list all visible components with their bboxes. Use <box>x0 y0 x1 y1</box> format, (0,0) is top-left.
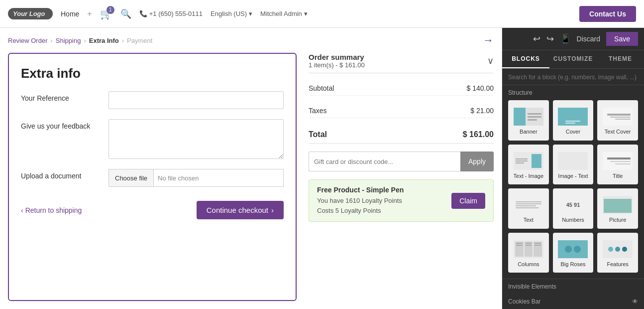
breadcrumb-arrow-icon: → <box>483 34 494 47</box>
reference-label: Your Reference <box>21 91 101 102</box>
subtotal-row: Subtotal $ 140.00 <box>309 81 494 96</box>
two-column-layout: Extra info Your Reference Give us your f… <box>0 53 502 309</box>
block-cover[interactable]: Cover <box>553 100 594 141</box>
tab-blocks[interactable]: BLOCKS <box>502 50 549 68</box>
nav-home-link[interactable]: Home <box>61 10 79 18</box>
block-big-roses-label: Big Roses <box>560 261 585 267</box>
blocks-grid: Banner Cover <box>502 100 644 279</box>
choose-file-button[interactable]: Choose file <box>108 169 153 187</box>
upload-label: Upload a document <box>21 169 101 180</box>
logo[interactable]: Your Logo <box>8 8 53 19</box>
main-layout: Review Order › Shipping › Extra Info › P… <box>0 28 644 309</box>
block-title[interactable]: Title <box>597 145 638 185</box>
breadcrumb-extra-info: Extra Info <box>89 37 119 44</box>
blocks-tabs: BLOCKS CUSTOMIZE THEME <box>502 50 644 69</box>
feedback-label: Give us your feedback <box>21 119 101 130</box>
mobile-preview-button[interactable]: 📱 <box>560 33 571 44</box>
order-summary-chevron-icon[interactable]: ∨ <box>487 55 494 66</box>
block-columns-label: Columns <box>518 261 539 267</box>
block-big-roses[interactable]: Big Roses <box>553 233 594 273</box>
subtotal-value: $ 140.00 <box>467 84 494 92</box>
block-cover-label: Cover <box>566 129 580 135</box>
search-button[interactable]: 🔍 <box>120 8 131 19</box>
cart-button[interactable]: 🛒 1 <box>100 8 112 20</box>
block-text-image[interactable]: Text - Image <box>508 145 549 185</box>
top-navigation: Your Logo Home + 🛒 1 🔍 📞 +1 (650) 555-01… <box>0 0 644 28</box>
return-to-shipping-link[interactable]: ‹ Return to shipping <box>21 206 82 214</box>
structure-section-title: Structure <box>502 85 644 100</box>
order-summary-header: Order summary 1 item(s) - $ 161.00 ∨ <box>309 53 494 73</box>
phone-number: 📞 +1 (650) 555-0111 <box>139 10 203 17</box>
total-label: Total <box>309 130 327 139</box>
loyalty-text: Free Product - Simple Pen You have 1610 … <box>317 186 445 215</box>
taxes-label: Taxes <box>309 107 327 115</box>
invisible-elements-row: Invisible Elements <box>502 279 644 294</box>
blocks-search-input[interactable] <box>508 74 638 81</box>
cart-badge: 1 <box>107 6 114 14</box>
save-button[interactable]: Save <box>606 32 638 46</box>
loyalty-box: Free Product - Simple Pen You have 1610 … <box>309 179 494 222</box>
redo-button[interactable]: ↪ <box>546 33 554 44</box>
tab-customize[interactable]: CUSTOMIZE <box>549 50 597 68</box>
order-summary-info: Order summary 1 item(s) - $ 161.00 <box>309 53 365 69</box>
user-menu[interactable]: Mitchell Admin ▾ <box>260 10 308 17</box>
block-picture-label: Picture <box>609 217 626 223</box>
undo-button[interactable]: ↩ <box>533 33 540 44</box>
loyalty-line1: You have 1610 Loyalty Points <box>317 196 445 206</box>
block-banner[interactable]: Banner <box>508 100 549 141</box>
loyalty-title: Free Product - Simple Pen <box>317 186 445 194</box>
order-items-count: 1 item(s) - $ 161.00 <box>309 61 365 69</box>
content-area: Review Order › Shipping › Extra Info › P… <box>0 28 502 309</box>
cookies-bar-eye-icon[interactable]: 👁 <box>632 298 638 305</box>
block-columns[interactable]: Columns <box>508 233 549 273</box>
total-value: $ 161.00 <box>463 130 494 139</box>
reference-input[interactable] <box>108 91 284 109</box>
invisible-elements-label: Invisible Elements <box>508 283 556 290</box>
language-selector[interactable]: English (US) ▾ <box>211 10 252 17</box>
file-name-display: No file chosen <box>153 169 284 187</box>
file-input-row: Choose file No file chosen <box>108 169 284 187</box>
breadcrumb-review-order[interactable]: Review Order <box>8 37 47 44</box>
block-image-text[interactable]: Image - Text <box>553 145 594 185</box>
reference-row: Your Reference <box>21 91 284 109</box>
block-text-label: Text <box>524 217 534 223</box>
breadcrumb: Review Order › Shipping › Extra Info › P… <box>0 28 502 53</box>
apply-button[interactable]: Apply <box>460 152 494 171</box>
discount-input[interactable] <box>309 152 460 171</box>
contact-us-button[interactable]: Contact Us <box>579 6 636 22</box>
taxes-value: $ 21.00 <box>470 107 494 115</box>
claim-button[interactable]: Claim <box>451 193 485 209</box>
block-features-label: Features <box>607 261 628 267</box>
block-title-label: Title <box>613 173 623 179</box>
blocks-panel: ↩ ↪ 📱 Discard Save BLOCKS CUSTOMIZE THEM… <box>502 28 644 309</box>
nav-plus-icon[interactable]: + <box>87 9 92 18</box>
discard-button[interactable]: Discard <box>577 35 600 43</box>
continue-checkout-button[interactable]: Continue checkout › <box>197 201 284 219</box>
cookies-bar-label: Cookies Bar <box>508 298 540 305</box>
taxes-row: Taxes $ 21.00 <box>309 104 494 118</box>
breadcrumb-shipping[interactable]: Shipping <box>56 37 81 44</box>
block-text[interactable]: Text <box>508 188 549 229</box>
blocks-topbar: ↩ ↪ 📱 Discard Save <box>502 28 644 50</box>
block-text-cover-label: Text Cover <box>605 129 631 135</box>
block-features[interactable]: Features <box>597 233 638 273</box>
block-picture[interactable]: Picture <box>597 188 638 229</box>
feedback-textarea[interactable] <box>108 119 284 159</box>
block-image-text-label: Image - Text <box>558 173 588 179</box>
block-text-cover[interactable]: Text Cover <box>597 100 638 141</box>
discount-row: Apply <box>309 152 494 171</box>
subtotal-label: Subtotal <box>309 84 334 92</box>
upload-row: Upload a document Choose file No file ch… <box>21 169 284 187</box>
form-title: Extra info <box>21 66 284 81</box>
block-text-image-label: Text - Image <box>514 173 544 179</box>
order-summary-panel: Order summary 1 item(s) - $ 161.00 ∨ Sub… <box>309 53 494 301</box>
block-numbers-label: Numbers <box>562 217 584 223</box>
block-banner-label: Banner <box>520 129 537 135</box>
cookies-bar-row: Cookies Bar 👁 <box>502 294 644 309</box>
logo-text: Your Logo <box>13 10 45 17</box>
tab-theme[interactable]: THEME <box>597 50 644 68</box>
extra-info-form: Extra info Your Reference Give us your f… <box>8 53 297 301</box>
form-actions: ‹ Return to shipping Continue checkout › <box>21 201 284 219</box>
loyalty-line2: Costs 5 Loyalty Points <box>317 206 445 216</box>
block-numbers[interactable]: 45 91 Numbers <box>553 188 594 229</box>
